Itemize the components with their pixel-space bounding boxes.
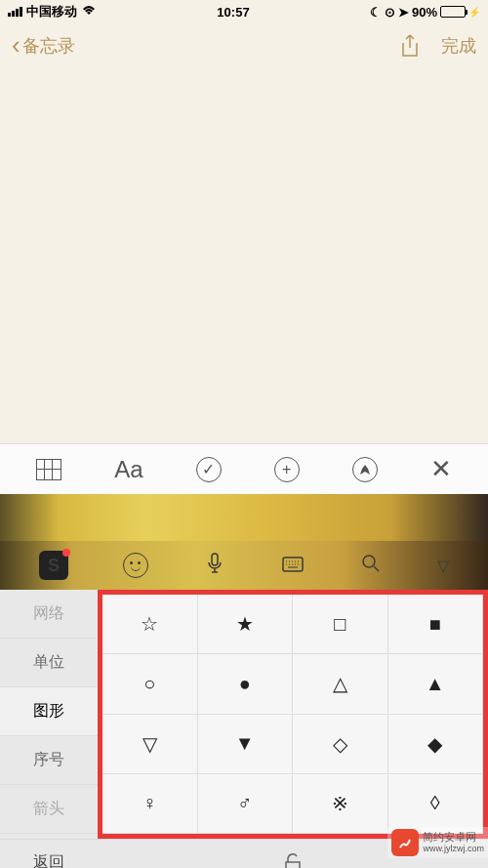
done-button[interactable]: 完成 xyxy=(441,34,476,58)
clock: 10:57 xyxy=(217,5,249,20)
status-right: ☾ ⊙ ➤ 90% ⚡ xyxy=(370,5,480,20)
symbol-key[interactable]: ○ xyxy=(102,654,198,714)
category-shapes[interactable]: 图形 xyxy=(0,687,98,736)
collapse-button[interactable]: ▽ xyxy=(437,557,449,575)
back-button[interactable]: ‹ 备忘录 xyxy=(12,30,75,61)
symbol-panel: 网络 单位 图形 序号 箭头 ☆ ★ □ ■ ○ ● △ ▲ ▽ ▼ ◇ ◆ ♀… xyxy=(0,590,488,839)
alarm-icon: ⊙ xyxy=(385,5,395,20)
watermark-logo-icon xyxy=(391,829,419,856)
sogou-s: S xyxy=(48,556,60,576)
text-format-button[interactable]: Aa xyxy=(114,456,142,483)
check-icon: ✓ xyxy=(202,460,215,478)
unlock-icon xyxy=(283,852,303,869)
watermark-url: www.jylzwj.com xyxy=(423,844,484,854)
watermark: 简约安卓网 www.jylzwj.com xyxy=(387,827,488,858)
charging-icon: ⚡ xyxy=(468,7,480,18)
close-keyboard-button[interactable]: ✕ xyxy=(430,454,452,484)
watermark-title: 简约安卓网 xyxy=(423,831,484,844)
category-sidebar: 网络 单位 图形 序号 箭头 xyxy=(0,590,98,839)
symbol-key[interactable]: ☆ xyxy=(102,595,198,654)
watermark-text: 简约安卓网 www.jylzwj.com xyxy=(423,831,484,854)
table-icon xyxy=(36,459,61,480)
mic-button[interactable] xyxy=(203,552,226,579)
symbol-grid-highlight: ☆ ★ □ ■ ○ ● △ ▲ ▽ ▼ ◇ ◆ ♀ ♂ ※ ◊ xyxy=(98,590,488,839)
plus-icon: + xyxy=(282,461,291,478)
notification-dot xyxy=(62,549,70,557)
back-label: 备忘录 xyxy=(22,34,75,58)
symbol-key[interactable]: ▼ xyxy=(198,715,294,774)
symbol-key[interactable]: ※ xyxy=(293,774,388,834)
location-icon: ➤ xyxy=(398,5,409,20)
symbol-key[interactable]: ● xyxy=(198,654,294,714)
category-numbers[interactable]: 序号 xyxy=(0,736,98,785)
wifi-icon xyxy=(81,5,97,20)
return-button[interactable]: 返回 xyxy=(0,840,98,868)
nav-bar: ‹ 备忘录 完成 xyxy=(0,23,488,67)
emoji-button[interactable] xyxy=(123,553,148,578)
chevron-left-icon: ‹ xyxy=(12,30,20,61)
carrier-label: 中国移动 xyxy=(26,3,77,21)
note-content-area[interactable] xyxy=(0,67,488,443)
photo-strip xyxy=(0,494,488,541)
format-toolbar: Aa ✓ + ✕ xyxy=(0,443,488,494)
search-button[interactable] xyxy=(359,552,383,579)
status-bar: 中国移动 10:57 ☾ ⊙ ➤ 90% ⚡ xyxy=(0,0,488,23)
symbol-key[interactable]: ★ xyxy=(198,595,294,654)
table-button[interactable] xyxy=(36,459,61,480)
category-units[interactable]: 单位 xyxy=(0,639,98,687)
symbol-key[interactable]: ◊ xyxy=(388,774,484,834)
category-arrows[interactable]: 箭头 xyxy=(0,785,98,834)
symbol-grid: ☆ ★ □ ■ ○ ● △ ▲ ▽ ▼ ◇ ◆ ♀ ♂ ※ ◊ xyxy=(102,595,483,834)
draw-button[interactable] xyxy=(352,457,378,482)
keyboard-switch-button[interactable] xyxy=(281,552,305,579)
signal-icon xyxy=(8,7,22,17)
svg-point-1 xyxy=(363,556,375,567)
symbol-key[interactable]: ▽ xyxy=(102,715,198,774)
symbol-key[interactable]: ♂ xyxy=(198,774,294,834)
pen-icon xyxy=(358,463,372,476)
symbol-key[interactable]: ◆ xyxy=(388,715,484,774)
checklist-button[interactable]: ✓ xyxy=(196,457,222,482)
symbol-key[interactable]: □ xyxy=(293,595,388,654)
share-button[interactable] xyxy=(400,34,420,58)
battery-icon xyxy=(440,6,466,18)
keyboard-toolbar: S ▽ xyxy=(0,541,488,590)
symbol-key[interactable]: ▲ xyxy=(388,654,484,714)
symbol-key[interactable]: ♀ xyxy=(102,774,198,834)
add-button[interactable]: + xyxy=(274,457,300,482)
battery-pct: 90% xyxy=(412,5,437,20)
symbol-key[interactable]: △ xyxy=(293,654,388,714)
symbol-key[interactable]: ■ xyxy=(388,595,484,654)
symbol-key[interactable]: ◇ xyxy=(293,715,388,774)
sogou-logo-button[interactable]: S xyxy=(39,551,68,580)
category-network[interactable]: 网络 xyxy=(0,590,98,639)
status-left: 中国移动 xyxy=(8,3,97,21)
moon-icon: ☾ xyxy=(370,5,382,20)
